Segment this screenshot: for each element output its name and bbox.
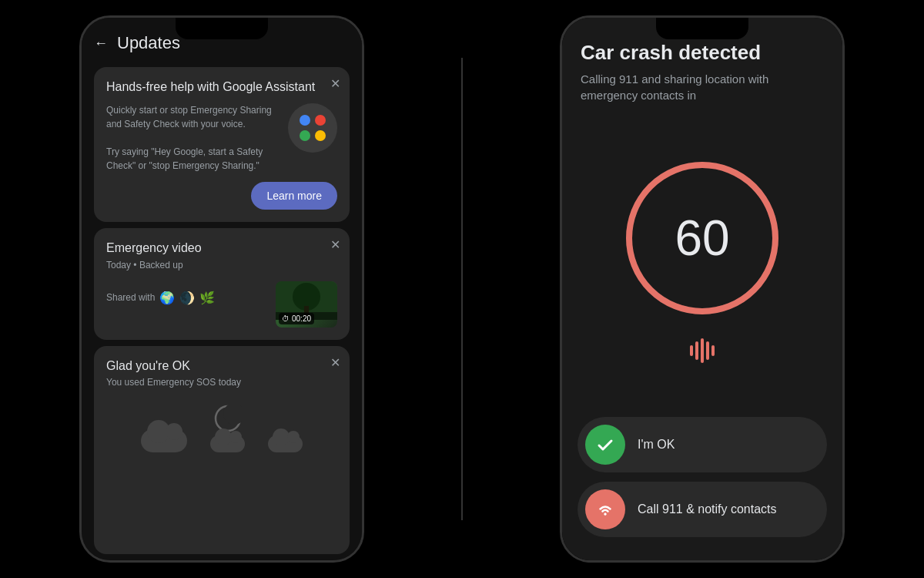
sound-bar-5 xyxy=(711,345,715,356)
timer-section: 60 xyxy=(562,111,842,405)
avatar-2: 🌒 xyxy=(179,291,195,305)
cloud-shape-small xyxy=(210,435,245,452)
shared-with: Shared with 🌍 🌒 🌿 xyxy=(106,291,268,305)
im-ok-button[interactable]: I'm OK xyxy=(578,417,827,472)
video-card-spacer: Shared with 🌍 🌒 🌿 xyxy=(106,281,268,305)
dot-red xyxy=(315,115,326,126)
right-phone-inner: Car crash detected Calling 911 and shari… xyxy=(562,18,842,560)
call-label: Call 911 & notify contacts xyxy=(638,502,777,516)
moon-svg xyxy=(213,405,243,432)
assistant-card-close[interactable]: ✕ xyxy=(330,76,340,91)
ok-label: I'm OK xyxy=(638,438,675,452)
avatar-3: 🌿 xyxy=(199,291,215,305)
call-911-button[interactable]: Call 911 & notify contacts xyxy=(578,482,827,537)
video-card-subtitle: Today • Backed up xyxy=(106,260,337,271)
glad-card: ✕ Glad you're OK You used Emergency SOS … xyxy=(94,346,350,554)
sound-wave-icon xyxy=(690,338,715,363)
video-thumbnail[interactable]: ⏱ 00:20 xyxy=(276,281,337,328)
avatar-1: 🌍 xyxy=(159,291,175,305)
video-card-close[interactable]: ✕ xyxy=(330,237,340,252)
screen-container: ← Updates ✕ Hands-free help with Google … xyxy=(0,0,924,578)
cards-container: ✕ Hands-free help with Google Assistant … xyxy=(82,61,362,560)
assistant-card: ✕ Hands-free help with Google Assistant … xyxy=(94,67,350,222)
call-icon xyxy=(585,489,625,529)
signal-svg xyxy=(596,500,614,519)
moon-cloud xyxy=(210,405,245,452)
glad-card-subtitle: You used Emergency SOS today xyxy=(106,377,337,388)
sound-bar-4 xyxy=(706,341,709,360)
dot-green xyxy=(300,130,310,141)
assistant-card-title: Hands-free help with Google Assistant xyxy=(106,79,319,96)
sound-bar-3 xyxy=(701,338,704,363)
phone-right: Car crash detected Calling 911 and shari… xyxy=(560,15,845,563)
video-duration: 00:20 xyxy=(292,314,311,323)
cloud-shape-1 xyxy=(141,429,187,452)
learn-more-button[interactable]: Learn more xyxy=(251,182,337,210)
assistant-text2: Try saying "Hey Google, start a Safety C… xyxy=(106,145,280,173)
left-phone-inner: ← Updates ✕ Hands-free help with Google … xyxy=(82,18,362,560)
svg-point-8 xyxy=(604,513,607,516)
crash-title: Car crash detected xyxy=(581,41,824,65)
assistant-card-text: Quickly start or stop Emergency Sharing … xyxy=(106,103,280,173)
sound-bar-2 xyxy=(695,341,698,360)
phone-divider xyxy=(461,58,463,520)
timer-ring-container: 60 xyxy=(618,153,787,323)
shared-label: Shared with xyxy=(106,292,155,303)
video-time: ⏱ 00:20 xyxy=(279,313,314,324)
right-notch xyxy=(656,18,748,39)
glad-card-title: Glad you're OK xyxy=(106,358,319,375)
assistant-icon xyxy=(288,103,337,153)
assistant-card-body: Quickly start or stop Emergency Sharing … xyxy=(106,103,337,173)
video-card-body: Shared with 🌍 🌒 🌿 xyxy=(106,281,337,328)
action-buttons: I'm OK Call 911 & notify contacts xyxy=(562,405,842,560)
video-thumbnail-inner: ⏱ 00:20 xyxy=(276,281,337,328)
cloud-area xyxy=(106,397,337,452)
cloud-shape-2 xyxy=(268,435,303,452)
page-title: Updates xyxy=(117,33,180,53)
clock-icon: ⏱ xyxy=(282,314,290,323)
cloud-small xyxy=(210,435,245,452)
phone-left: ← Updates ✕ Hands-free help with Google … xyxy=(79,15,364,563)
timer-number: 60 xyxy=(675,210,729,267)
cloud-2 xyxy=(268,435,303,452)
left-notch xyxy=(176,18,268,39)
cloud-1 xyxy=(141,429,187,452)
video-card-title: Emergency video xyxy=(106,240,319,257)
crash-subtitle: Calling 911 and sharing location with em… xyxy=(581,71,824,103)
assistant-dots xyxy=(299,114,326,142)
svg-point-5 xyxy=(223,405,243,425)
checkmark-svg xyxy=(596,435,614,454)
ok-icon xyxy=(585,425,625,465)
moon-container xyxy=(213,405,243,432)
sound-bar-1 xyxy=(690,345,693,356)
assistant-text1: Quickly start or stop Emergency Sharing … xyxy=(106,103,280,131)
back-arrow-icon[interactable]: ← xyxy=(94,35,108,52)
video-card: ✕ Emergency video Today • Backed up Shar… xyxy=(94,228,350,340)
dot-yellow xyxy=(315,130,326,141)
glad-card-close[interactable]: ✕ xyxy=(330,355,340,370)
dot-blue xyxy=(300,115,310,126)
